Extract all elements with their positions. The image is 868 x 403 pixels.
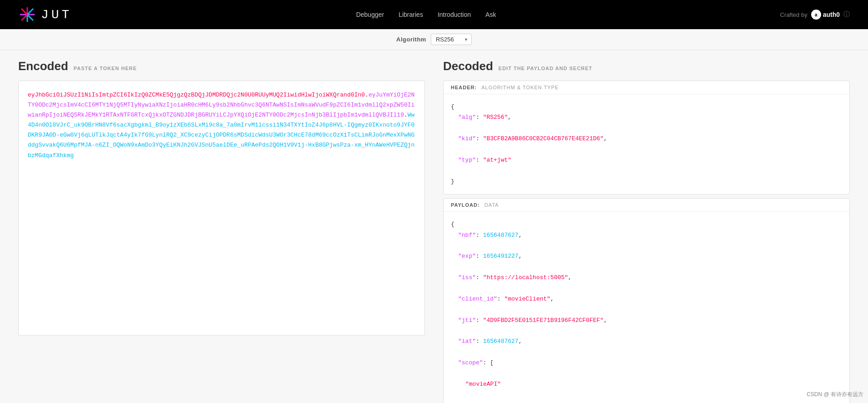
header-label: HEADER: <box>451 85 477 90</box>
header-section-body[interactable]: { "alg": "RS256", "kid": "B3CFB2A9B86C0C… <box>444 94 849 194</box>
decoded-subtitle: EDIT THE PAYLOAD AND SECRET <box>499 66 592 71</box>
decoded-panel-header: Decoded EDIT THE PAYLOAD AND SECRET <box>443 59 850 73</box>
nav-ask[interactable]: Ask <box>485 11 496 18</box>
dot-2: . <box>404 112 408 118</box>
auth0-text: auth0 <box>823 11 840 18</box>
nav-debugger[interactable]: Debugger <box>356 11 384 18</box>
encoded-subtitle: PASTE A TOKEN HERE <box>74 66 137 71</box>
payload-label: PAYLOAD: <box>451 202 480 208</box>
token-header-part: eyJhbGciOiJSUzI1NiIsImtpZCI6IkIzQ0ZCMkE5… <box>28 92 365 98</box>
encoded-panel-header: Encoded PASTE A TOKEN HERE <box>18 59 425 73</box>
watermark-text: CSDN @ 有诗亦有远方 <box>807 391 863 398</box>
nav-libraries[interactable]: Libraries <box>399 11 423 18</box>
encoded-title: Encoded <box>18 59 68 73</box>
auth0-icon: a <box>811 10 821 20</box>
watermark: CSDN @ 有诗亦有远方 <box>807 391 863 398</box>
algorithm-label: Algorithm <box>396 36 426 43</box>
main-nav: Debugger Libraries Introduction Ask <box>356 11 496 18</box>
logo-text-jwt: JUT <box>41 8 72 22</box>
dot-1: . <box>365 92 368 98</box>
decoded-title: Decoded <box>443 59 493 73</box>
svg-line-5 <box>27 15 33 20</box>
algorithm-select-wrapper: RS256 HS256 HS384 HS512 RS384 RS512 <box>431 34 472 45</box>
header-section-type: ALGORITHM & TOKEN TYPE <box>481 85 559 90</box>
jwt-logo-icon <box>18 5 36 24</box>
encoded-token-box[interactable]: eyJhbGciOiJSUzI1NiIsImtpZCI6IkIzQ0ZCMkE5… <box>18 81 425 336</box>
encoded-panel: Encoded PASTE A TOKEN HERE eyJhbGciOiJSU… <box>18 50 434 403</box>
payload-section: PAYLOAD: DATA { "nbf": 1656487627, "exp"… <box>443 198 850 403</box>
algorithm-select[interactable]: RS256 HS256 HS384 HS512 RS384 RS512 <box>431 34 472 45</box>
crafted-by-text: Crafted by <box>780 11 807 18</box>
crafted-by: Crafted by a auth0 ⓘ <box>780 10 850 20</box>
algorithm-bar: Algorithm RS256 HS256 HS384 HS512 RS384 … <box>0 29 868 50</box>
svg-line-4 <box>21 9 27 15</box>
svg-line-7 <box>21 15 27 20</box>
auth0-logo: a auth0 <box>811 10 840 20</box>
header-section: HEADER: ALGORITHM & TOKEN TYPE { "alg": … <box>443 81 850 194</box>
info-icon: ⓘ <box>843 10 850 19</box>
payload-section-header: PAYLOAD: DATA <box>444 199 849 212</box>
svg-line-6 <box>27 9 33 15</box>
payload-section-body[interactable]: { "nbf": 1656487627, "exp": 1656491227, … <box>444 212 849 403</box>
main-content: Encoded PASTE A TOKEN HERE eyJhbGciOiJSU… <box>0 50 868 403</box>
nav-introduction[interactable]: Introduction <box>438 11 471 18</box>
decoded-panel: Decoded EDIT THE PAYLOAD AND SECRET HEAD… <box>434 50 850 403</box>
payload-section-type: DATA <box>484 202 499 208</box>
logo: JUT <box>18 5 72 24</box>
token-signature-part: Ww4D4n0Ol0VJrC_uk9OBrHN8Vf6sacXgbgkml_B9… <box>28 112 414 158</box>
header: JUT Debugger Libraries Introduction Ask … <box>0 0 868 29</box>
header-section-header: HEADER: ALGORITHM & TOKEN TYPE <box>444 81 849 94</box>
